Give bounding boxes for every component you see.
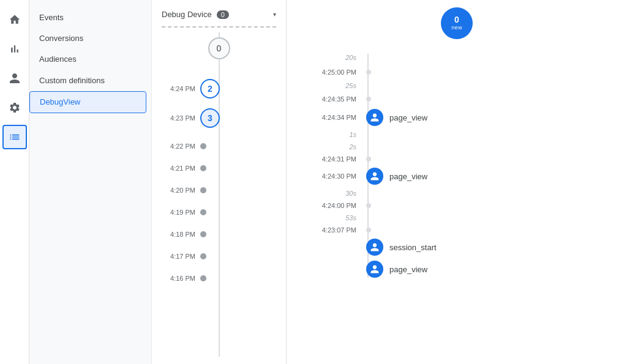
- event-time-42434: 4:24:34 PM: [305, 114, 366, 121]
- duration-53s: 53s: [305, 214, 366, 221]
- timeline-time-421: 4:21 PM: [167, 165, 200, 172]
- timeline-time-416: 4:16 PM: [167, 275, 200, 282]
- timeline-entry-422: 4:22 PM: [167, 143, 271, 150]
- timeline-entry-416: 4:16 PM: [167, 275, 271, 282]
- nav-item-conversions[interactable]: Conversions: [29, 28, 146, 49]
- timeline-dot-418: [200, 231, 206, 237]
- timeline-entry-419: 4:19 PM: [167, 209, 271, 216]
- timeline-dot-422: [200, 143, 206, 149]
- debug-left-panel: Debug Device 0 ▾ 0 4:24 PM 2 4:23 PM 3: [152, 0, 287, 364]
- dropdown-arrow-icon[interactable]: ▾: [273, 11, 276, 18]
- timeline-time-424: 4:24 PM: [167, 85, 200, 92]
- debug-device-badge: 0: [217, 10, 229, 19]
- timeline-entry-418: 4:18 PM: [167, 231, 271, 238]
- event-dot-42500: [366, 70, 371, 75]
- dashed-separator: [162, 26, 276, 28]
- event-name-page-view-2: page_view: [389, 172, 427, 181]
- timeline-bubble-3: 3: [200, 108, 220, 128]
- event-icon-session-start: [366, 239, 383, 256]
- event-time-42307: 4:23:07 PM: [305, 226, 366, 234]
- device-circle: 0 new: [441, 7, 473, 39]
- debug-right-panel: 0 new 20s 4:25:00 PM 25s: [287, 0, 627, 364]
- timeline-time-422: 4:22 PM: [167, 143, 200, 150]
- timeline-time-420: 4:20 PM: [167, 187, 200, 194]
- event-dot-42400: [366, 203, 371, 208]
- duration-30s: 30s: [305, 190, 366, 197]
- nav-item-debugview[interactable]: DebugView: [29, 91, 146, 113]
- timeline-entry-421: 4:21 PM: [167, 165, 271, 172]
- timeline-dot-421: [200, 165, 206, 171]
- nav-sidebar: Events Conversions Audiences Custom defi…: [29, 0, 152, 364]
- device-new-label: new: [451, 25, 462, 31]
- event-dot-42435: [366, 97, 371, 102]
- event-time-42500: 4:25:00 PM: [305, 69, 366, 76]
- sidebar-icon-debugview[interactable]: [2, 125, 27, 149]
- duration-20s: 20s: [305, 54, 366, 61]
- duration-1s: 1s: [305, 131, 366, 138]
- sidebar-icon-settings[interactable]: [2, 95, 27, 120]
- timeline-dot-420: [200, 187, 206, 193]
- icon-sidebar: [0, 0, 29, 364]
- event-icon-page-view-3: [366, 261, 383, 278]
- event-icon-page-view-1: [366, 109, 383, 126]
- event-time-42400: 4:24:00 PM: [305, 202, 366, 209]
- debug-device-label: Debug Device: [162, 10, 212, 19]
- event-dot-42307: [366, 228, 371, 232]
- event-name-page-view-3: page_view: [389, 265, 427, 274]
- timeline-time-419: 4:19 PM: [167, 209, 200, 216]
- zero-bubble: 0: [208, 37, 230, 59]
- nav-item-events[interactable]: Events: [29, 7, 146, 28]
- debug-device-header: Debug Device 0 ▾: [152, 7, 286, 26]
- event-icon-page-view-2: [366, 168, 383, 185]
- duration-2s: 2s: [305, 143, 366, 150]
- sidebar-icon-person[interactable]: [2, 66, 27, 91]
- nav-item-audiences[interactable]: Audiences: [29, 49, 146, 70]
- timeline-entry-420: 4:20 PM: [167, 187, 271, 194]
- event-name-page-view-1: page_view: [389, 113, 427, 122]
- timeline-bubble-2: 2: [200, 79, 220, 98]
- event-dot-42431: [366, 157, 371, 162]
- timeline-time-417: 4:17 PM: [167, 253, 200, 260]
- event-time-42431: 4:24:31 PM: [305, 155, 366, 163]
- event-name-session-start: session_start: [389, 243, 437, 252]
- sidebar-icon-home[interactable]: [2, 7, 27, 32]
- nav-item-custom-definitions[interactable]: Custom definitions: [29, 70, 146, 91]
- timeline-entry-417: 4:17 PM: [167, 253, 271, 260]
- timeline-dot-419: [200, 209, 206, 215]
- timeline-dot-417: [200, 253, 206, 259]
- device-count: 0: [454, 15, 459, 24]
- main-content: Debug Device 0 ▾ 0 4:24 PM 2 4:23 PM 3: [152, 0, 627, 364]
- sidebar-icon-reports[interactable]: [2, 37, 27, 61]
- timeline-entry-424: 4:24 PM 2: [167, 79, 271, 98]
- event-time-42435: 4:24:35 PM: [305, 95, 366, 103]
- timeline-dot-416: [200, 275, 206, 281]
- timeline-time-423: 4:23 PM: [167, 114, 200, 122]
- event-time-42430: 4:24:30 PM: [305, 173, 366, 180]
- duration-25s: 25s: [305, 82, 366, 89]
- timeline-entry-423: 4:23 PM 3: [167, 108, 271, 128]
- timeline-time-418: 4:18 PM: [167, 231, 200, 238]
